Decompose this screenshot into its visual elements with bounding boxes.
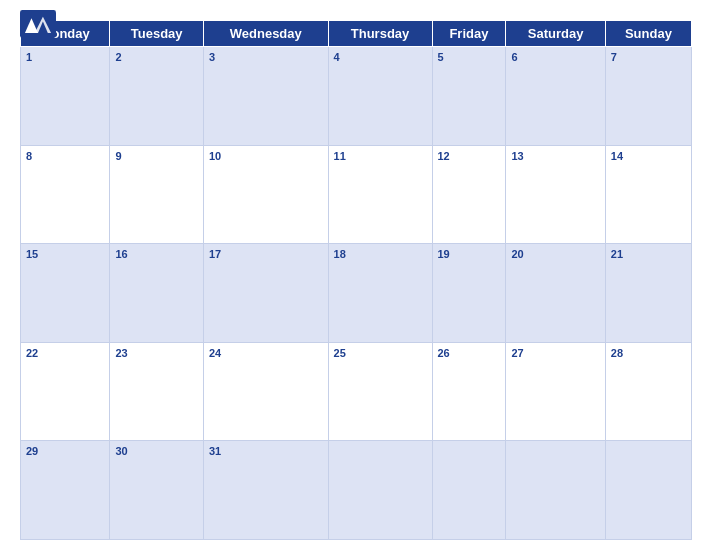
day-number: 20	[511, 248, 523, 260]
calendar-cell: 5	[432, 47, 506, 146]
day-number: 19	[438, 248, 450, 260]
logo	[20, 10, 56, 39]
day-number: 12	[438, 150, 450, 162]
day-number: 25	[334, 347, 346, 359]
day-number: 28	[611, 347, 623, 359]
calendar-header	[20, 10, 692, 14]
weekday-header-thursday: Thursday	[328, 21, 432, 47]
weekday-header-friday: Friday	[432, 21, 506, 47]
day-number: 26	[438, 347, 450, 359]
calendar-cell: 3	[203, 47, 328, 146]
calendar-cell: 19	[432, 244, 506, 343]
day-number: 15	[26, 248, 38, 260]
day-number: 30	[115, 445, 127, 457]
day-number: 23	[115, 347, 127, 359]
calendar-table: MondayTuesdayWednesdayThursdayFridaySatu…	[20, 20, 692, 540]
calendar-cell: 28	[605, 342, 691, 441]
calendar-cell: 23	[110, 342, 204, 441]
calendar-cell: 20	[506, 244, 605, 343]
calendar-cell: 15	[21, 244, 110, 343]
calendar-cell: 2	[110, 47, 204, 146]
calendar-cell: 12	[432, 145, 506, 244]
day-number: 2	[115, 51, 121, 63]
day-number: 3	[209, 51, 215, 63]
calendar-cell: 14	[605, 145, 691, 244]
calendar-cell: 9	[110, 145, 204, 244]
day-number: 10	[209, 150, 221, 162]
day-number: 17	[209, 248, 221, 260]
day-number: 29	[26, 445, 38, 457]
calendar-cell: 13	[506, 145, 605, 244]
calendar-cell: 17	[203, 244, 328, 343]
day-number: 21	[611, 248, 623, 260]
calendar-cell	[605, 441, 691, 540]
calendar-cell	[506, 441, 605, 540]
day-number: 6	[511, 51, 517, 63]
day-number: 22	[26, 347, 38, 359]
day-number: 18	[334, 248, 346, 260]
calendar-week-row: 22232425262728	[21, 342, 692, 441]
day-number: 1	[26, 51, 32, 63]
calendar-cell: 11	[328, 145, 432, 244]
calendar-cell: 27	[506, 342, 605, 441]
day-number: 24	[209, 347, 221, 359]
weekday-header-sunday: Sunday	[605, 21, 691, 47]
calendar-cell: 10	[203, 145, 328, 244]
day-number: 27	[511, 347, 523, 359]
calendar-cell: 25	[328, 342, 432, 441]
calendar-week-row: 1234567	[21, 47, 692, 146]
weekday-header-saturday: Saturday	[506, 21, 605, 47]
calendar-cell	[432, 441, 506, 540]
calendar-cell: 7	[605, 47, 691, 146]
calendar-cell: 21	[605, 244, 691, 343]
calendar-cell: 22	[21, 342, 110, 441]
svg-rect-0	[20, 10, 56, 38]
weekday-header-tuesday: Tuesday	[110, 21, 204, 47]
day-number: 13	[511, 150, 523, 162]
day-number: 31	[209, 445, 221, 457]
calendar-week-row: 15161718192021	[21, 244, 692, 343]
calendar-cell: 29	[21, 441, 110, 540]
calendar-cell: 26	[432, 342, 506, 441]
calendar-cell: 16	[110, 244, 204, 343]
calendar-cell: 8	[21, 145, 110, 244]
calendar-cell: 30	[110, 441, 204, 540]
day-number: 8	[26, 150, 32, 162]
calendar-cell: 1	[21, 47, 110, 146]
day-number: 16	[115, 248, 127, 260]
calendar-cell: 6	[506, 47, 605, 146]
calendar-header-row: MondayTuesdayWednesdayThursdayFridaySatu…	[21, 21, 692, 47]
day-number: 9	[115, 150, 121, 162]
calendar-cell: 24	[203, 342, 328, 441]
day-number: 4	[334, 51, 340, 63]
day-number: 11	[334, 150, 346, 162]
weekday-header-wednesday: Wednesday	[203, 21, 328, 47]
calendar-week-row: 891011121314	[21, 145, 692, 244]
calendar-body: 1234567891011121314151617181920212223242…	[21, 47, 692, 540]
calendar-cell: 31	[203, 441, 328, 540]
calendar-cell	[328, 441, 432, 540]
day-number: 7	[611, 51, 617, 63]
day-number: 5	[438, 51, 444, 63]
calendar-week-row: 293031	[21, 441, 692, 540]
day-number: 14	[611, 150, 623, 162]
logo-svg	[20, 10, 56, 38]
calendar-cell: 18	[328, 244, 432, 343]
calendar-cell: 4	[328, 47, 432, 146]
